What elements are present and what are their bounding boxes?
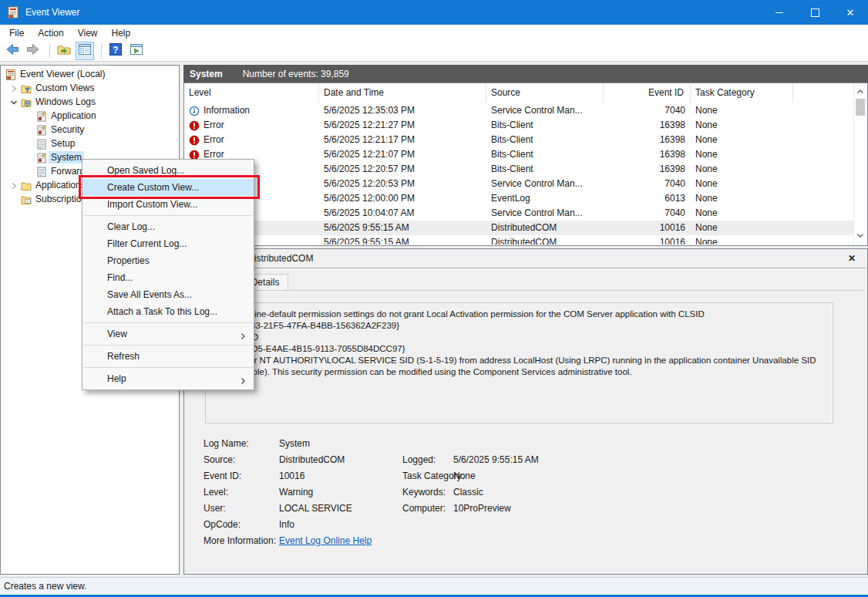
- menu-bar: FileActionViewHelp: [0, 25, 868, 41]
- table-row[interactable]: Error5/6/2025 12:21:27 PMBits-Client1639…: [184, 118, 854, 133]
- scroll-up-icon[interactable]: [856, 86, 865, 100]
- export-log-button[interactable]: [55, 42, 73, 60]
- menu-item-refresh[interactable]: Refresh: [82, 348, 254, 365]
- svg-text:?: ?: [113, 45, 118, 56]
- detail-field-row: Level:WarningKeywords:Classic: [204, 487, 859, 503]
- event-log-icon: [36, 125, 47, 136]
- source-cell: Bits-Client: [491, 118, 533, 133]
- scroll-down-icon[interactable]: [856, 229, 865, 243]
- details-header: Event 10016, DistributedCOM: [184, 249, 867, 268]
- source-cell: EventLog: [491, 191, 530, 206]
- close-button[interactable]: ✕: [833, 0, 868, 25]
- menu-item-label: Open Saved Log...: [107, 165, 184, 176]
- help-button[interactable]: ?: [106, 42, 125, 60]
- task-category-cell: None: [695, 133, 718, 147]
- chevron-right-icon[interactable]: [9, 84, 19, 93]
- export-log-icon: [56, 42, 72, 60]
- column-header-task-category[interactable]: Task Category: [691, 83, 793, 103]
- tree-item-label: Setup: [49, 137, 77, 150]
- window-controls: ✕: [762, 0, 868, 25]
- level-cell: Information: [189, 103, 250, 118]
- table-row[interactable]: Error5/6/2025 12:21:07 PMBits-Client1639…: [184, 147, 854, 162]
- submenu-arrow-icon: [238, 329, 247, 339]
- action-pane-icon: [129, 42, 144, 60]
- table-row[interactable]: Warning5/6/2025 9:55:15 AMDistributedCOM…: [184, 235, 854, 245]
- menu-item-help[interactable]: Help: [82, 370, 254, 387]
- description-line: {C2F03A33-21F5-47FA-B4BB-156362A2F239}: [215, 320, 823, 332]
- maximize-button[interactable]: [797, 0, 833, 25]
- menubar-item-action[interactable]: Action: [31, 26, 70, 40]
- tree-item-label: Event Viewer (Local): [18, 68, 108, 80]
- minimize-button[interactable]: [762, 0, 797, 25]
- field-value: None: [453, 471, 476, 481]
- column-header-source[interactable]: Source: [486, 83, 604, 103]
- description-line: and APPID: [215, 332, 823, 343]
- event-log-online-help-link[interactable]: Event Log Online Help: [279, 535, 372, 546]
- table-row[interactable]: Information5/6/2025 12:00:00 PMEventLog6…: [184, 191, 854, 206]
- divider: [186, 268, 866, 269]
- forward-button[interactable]: [24, 42, 42, 60]
- source-cell: Service Control Man...: [491, 177, 583, 191]
- task-category-cell: None: [695, 103, 718, 118]
- table-row[interactable]: Information5/6/2025 12:20:53 PMService C…: [184, 177, 854, 191]
- log-title: System: [190, 69, 223, 79]
- datetime-cell: 5/6/2025 12:00:00 PM: [324, 191, 415, 206]
- table-row[interactable]: Information5/6/2025 10:04:07 AMService C…: [184, 206, 854, 221]
- task-category-cell: None: [695, 235, 718, 245]
- table-row[interactable]: Error5/6/2025 12:21:17 PMBits-Client1639…: [184, 133, 854, 147]
- table-row[interactable]: Warning5/6/2025 9:55:15 AMDistributedCOM…: [184, 221, 854, 235]
- description-line: to the user NT AUTHORITY\LOCAL SERVICE S…: [215, 355, 823, 366]
- field-label: Event ID:: [204, 471, 241, 481]
- source-cell: Service Control Man...: [491, 103, 583, 118]
- tree-item-setup[interactable]: Setup: [1, 137, 179, 151]
- menu-item-properties[interactable]: Properties: [82, 252, 254, 269]
- field-label: User:: [204, 503, 226, 514]
- table-scrollbar[interactable]: [853, 83, 867, 245]
- table-row[interactable]: Information5/6/2025 12:35:03 PMService C…: [184, 103, 854, 118]
- datetime-cell: 5/6/2025 12:21:27 PM: [324, 118, 415, 133]
- menu-item-clear-log[interactable]: Clear Log...: [82, 218, 254, 235]
- tree-item-event-viewer-local[interactable]: Event Viewer (Local): [1, 68, 179, 82]
- folder-icon: [21, 180, 32, 191]
- close-icon: ✕: [846, 7, 855, 19]
- menu-separator: [83, 345, 253, 346]
- menu-item-filter-current-log[interactable]: Filter Current Log...: [82, 235, 254, 252]
- folder-table-icon: [21, 194, 32, 205]
- show-action-pane-button[interactable]: [127, 42, 146, 60]
- datetime-cell: 5/6/2025 12:20:53 PM: [324, 177, 415, 191]
- menu-item-view[interactable]: View: [82, 325, 254, 342]
- column-header-date-and-time[interactable]: Date and Time: [319, 83, 486, 103]
- menubar-item-file[interactable]: File: [2, 26, 31, 40]
- tree-item-application[interactable]: Application: [1, 110, 179, 123]
- folder-filter-icon: [21, 83, 32, 94]
- tree-item-windows-logs[interactable]: Windows Logs: [1, 96, 179, 110]
- column-header-event-id[interactable]: Event ID: [604, 83, 691, 103]
- back-button[interactable]: [3, 42, 22, 60]
- annotation-highlight-box: [79, 175, 260, 199]
- source-cell: Bits-Client: [491, 147, 533, 162]
- task-category-cell: None: [695, 206, 718, 221]
- menu-item-save-all-events-as[interactable]: Save All Events As...: [82, 286, 254, 303]
- tree-item-label: Security: [49, 123, 86, 136]
- field-value: 10ProPreview: [453, 503, 511, 514]
- details-close-button[interactable]: ✕: [846, 249, 858, 268]
- table-row[interactable]: Error5/6/2025 12:20:57 PMBits-Client1639…: [184, 162, 854, 177]
- event-log-icon: [36, 111, 47, 122]
- scrollbar-thumb[interactable]: [856, 99, 865, 116]
- menubar-item-help[interactable]: Help: [105, 26, 138, 40]
- log-event-count: Number of events: 39,859: [243, 69, 349, 79]
- chevron-down-icon[interactable]: [9, 98, 19, 107]
- status-text: Creates a new view.: [4, 581, 86, 592]
- column-header-level[interactable]: Level: [184, 83, 319, 103]
- tree-item-security[interactable]: Security: [1, 123, 179, 137]
- chevron-right-icon[interactable]: [9, 181, 19, 191]
- tree-item-custom-views[interactable]: Custom Views: [1, 82, 179, 96]
- menu-item-label: Attach a Task To this Log...: [107, 306, 217, 317]
- show-console-tree-button[interactable]: [76, 42, 94, 60]
- menu-item-label: Refresh: [107, 351, 140, 362]
- table-header-row: LevelDate and TimeSourceEvent IDTask Cat…: [184, 83, 854, 103]
- menu-item-find[interactable]: Find...: [82, 269, 254, 286]
- menu-item-attach-a-task-to-this-log[interactable]: Attach a Task To this Log...: [82, 303, 254, 320]
- field-value: 10016: [279, 471, 304, 481]
- menubar-item-view[interactable]: View: [71, 26, 105, 40]
